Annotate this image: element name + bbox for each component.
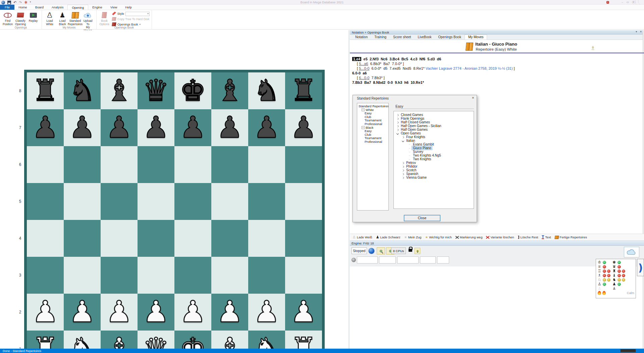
square-c8[interactable] bbox=[101, 72, 138, 109]
square-a3[interactable] bbox=[27, 257, 64, 294]
load-black-button[interactable]: ♟LoadBlack bbox=[56, 10, 69, 26]
game-reference-link[interactable]: Vachier Lagrave 2774 - Aronian 2758, 201… bbox=[426, 66, 513, 70]
collapsed-chevron-icon[interactable] bbox=[400, 176, 405, 179]
opening-item-two-knights-4-ng5[interactable]: –Two Knights 4.Ng5 bbox=[394, 154, 474, 157]
menu-tab-home[interactable]: Home bbox=[14, 5, 31, 10]
square-e5[interactable] bbox=[174, 183, 211, 220]
square-c2[interactable] bbox=[101, 294, 138, 331]
tab-my-moves[interactable]: My Moves bbox=[465, 35, 487, 40]
engine-refresh-icon[interactable] bbox=[368, 248, 375, 254]
square-f8[interactable] bbox=[211, 72, 248, 109]
close-button[interactable]: Close bbox=[404, 215, 440, 221]
square-g4[interactable] bbox=[248, 220, 285, 257]
engine-field-1[interactable] bbox=[357, 256, 378, 263]
square-c7[interactable] bbox=[101, 109, 138, 146]
opening-item-italian[interactable]: Italian bbox=[394, 139, 474, 142]
opening-item-survey[interactable]: –Survey bbox=[394, 150, 474, 154]
opening-item-closed-games[interactable]: Closed Games bbox=[394, 113, 474, 117]
toolbar-item-mein-zug[interactable]: ★Mein Zug bbox=[404, 235, 422, 239]
opening-item-half-closed-games[interactable]: Half Closed Games bbox=[394, 120, 474, 124]
hint-button[interactable] bbox=[415, 248, 420, 254]
opening-item-flank-openings[interactable]: Flank Openings bbox=[394, 117, 474, 120]
style-row[interactable]: Style bbox=[112, 11, 150, 16]
square-e2[interactable] bbox=[174, 294, 211, 331]
square-a5[interactable] bbox=[27, 183, 64, 220]
square-g2[interactable] bbox=[248, 294, 285, 331]
engine-field-4[interactable] bbox=[420, 256, 436, 263]
square-c4[interactable] bbox=[101, 220, 138, 257]
collapsed-chevron-icon[interactable] bbox=[395, 128, 400, 131]
menu-tab-opening[interactable]: Opening bbox=[67, 5, 88, 10]
square-a7[interactable] bbox=[27, 109, 64, 146]
square-b8[interactable] bbox=[64, 72, 101, 109]
square-d4[interactable] bbox=[138, 220, 174, 257]
opening-item-giuco-piano[interactable]: –Giuco Piano bbox=[394, 146, 474, 150]
square-f4[interactable] bbox=[211, 220, 248, 257]
variation-move-link[interactable]: 5...a6 bbox=[359, 62, 368, 66]
square-g6[interactable] bbox=[248, 146, 285, 183]
opening-item-two-knights[interactable]: –Two Knights bbox=[394, 157, 474, 161]
square-e6[interactable] bbox=[174, 146, 211, 183]
square-h6[interactable] bbox=[285, 146, 322, 183]
tab-training[interactable]: Training bbox=[371, 35, 390, 40]
collapse-box-icon[interactable]: − bbox=[362, 126, 365, 129]
move-text[interactable]: 7.Bb3 Ba7 8.Nbd2 0-0 9.h3 h6 10.Re1* bbox=[352, 80, 424, 84]
square-b5[interactable] bbox=[64, 183, 101, 220]
collapsed-chevron-icon[interactable] bbox=[400, 165, 405, 168]
square-h2[interactable] bbox=[285, 294, 322, 331]
toolbar-item-lade-wei[interactable]: ♙Lade Weiß bbox=[353, 235, 372, 239]
style-combo-box[interactable] bbox=[125, 12, 150, 16]
category-item-standard-repertoires[interactable]: Standard Repertoires bbox=[359, 105, 388, 108]
square-a6[interactable] bbox=[27, 146, 64, 183]
square-h4[interactable] bbox=[285, 220, 322, 257]
opening-item-half-open-games[interactable]: Half Open Games bbox=[394, 128, 474, 131]
opening-item-scotch[interactable]: Scotch bbox=[394, 168, 474, 172]
square-g8[interactable] bbox=[248, 72, 285, 109]
opening-item-four-knights[interactable]: Four Knights bbox=[394, 135, 474, 139]
square-c6[interactable] bbox=[101, 146, 138, 183]
engine-field-2[interactable] bbox=[379, 256, 396, 263]
engine-stop-button[interactable]: Stopped bbox=[352, 247, 367, 254]
menu-tab-analysis[interactable]: Analysis bbox=[48, 5, 67, 10]
panel-splitter[interactable] bbox=[349, 30, 349, 349]
category-item-white[interactable]: −White bbox=[359, 108, 388, 112]
square-b6[interactable] bbox=[64, 146, 101, 183]
square-f3[interactable] bbox=[211, 257, 248, 294]
dialog-close-icon[interactable]: ✕ bbox=[472, 96, 474, 100]
square-d6[interactable] bbox=[138, 146, 174, 183]
toolbar-item-variante-l-schen[interactable]: Variante löschen bbox=[486, 235, 514, 239]
panel-scrollbar[interactable] bbox=[643, 30, 644, 349]
toolbar-item-lade-schwarz[interactable]: ♟Lade Schwarz bbox=[376, 235, 400, 239]
notification-icon[interactable]: + bbox=[606, 1, 609, 4]
menu-tab-help[interactable]: Help bbox=[121, 5, 136, 10]
square-b7[interactable] bbox=[64, 109, 101, 146]
engine-field-5[interactable] bbox=[437, 256, 449, 263]
expanded-chevron-icon[interactable] bbox=[395, 131, 400, 135]
square-e4[interactable] bbox=[174, 220, 211, 257]
panel-expand-chevron[interactable]: ) bbox=[637, 259, 644, 276]
opening-item-half-open-games-sicilian[interactable]: Half Open Games - Sicilian bbox=[394, 124, 474, 128]
toolbar-item-text[interactable]: TText bbox=[542, 235, 551, 239]
collapsed-chevron-icon[interactable] bbox=[400, 161, 405, 165]
square-f7[interactable] bbox=[211, 109, 248, 146]
collapsed-chevron-icon[interactable] bbox=[400, 172, 405, 176]
lock-icon[interactable] bbox=[409, 249, 412, 252]
square-f5[interactable] bbox=[211, 183, 248, 220]
square-d7[interactable] bbox=[138, 109, 174, 146]
square-c5[interactable] bbox=[101, 183, 138, 220]
tab-score-sheet[interactable]: Score sheet bbox=[390, 35, 414, 40]
square-h7[interactable] bbox=[285, 109, 322, 146]
category-item-black[interactable]: −Black bbox=[359, 126, 388, 130]
panel-close-icon[interactable]: ✕ bbox=[640, 30, 642, 33]
move-text[interactable]: 6.0-0 a6 bbox=[352, 71, 367, 75]
cloud-engine-button[interactable] bbox=[624, 247, 639, 257]
square-d2[interactable] bbox=[138, 294, 174, 331]
category-item-easy[interactable]: Easy bbox=[359, 129, 388, 133]
collapsed-chevron-icon[interactable] bbox=[395, 117, 400, 120]
square-g7[interactable] bbox=[248, 109, 285, 146]
toolbar-item-wichtig-f-r-mich[interactable]: ★Wichtig für mich bbox=[425, 235, 452, 239]
opening-item-petrov[interactable]: Petrov bbox=[394, 161, 474, 165]
tab-openings-book[interactable]: Openings Book bbox=[435, 35, 465, 40]
collapsed-chevron-icon[interactable] bbox=[400, 135, 405, 139]
opening-item-open-games[interactable]: Open Games bbox=[394, 131, 474, 135]
